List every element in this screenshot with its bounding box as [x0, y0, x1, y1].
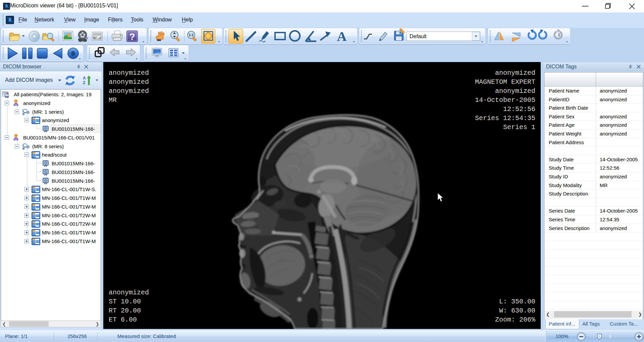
svg-text:0: 0	[71, 50, 75, 58]
svg-text:?: ?	[129, 32, 135, 42]
svg-text:1:1: 1:1	[189, 33, 194, 37]
svg-text:Z: Z	[83, 80, 85, 85]
svg-text:Default: Default	[410, 34, 427, 39]
svg-text:A: A	[83, 76, 86, 80]
svg-text:A: A	[337, 29, 347, 44]
